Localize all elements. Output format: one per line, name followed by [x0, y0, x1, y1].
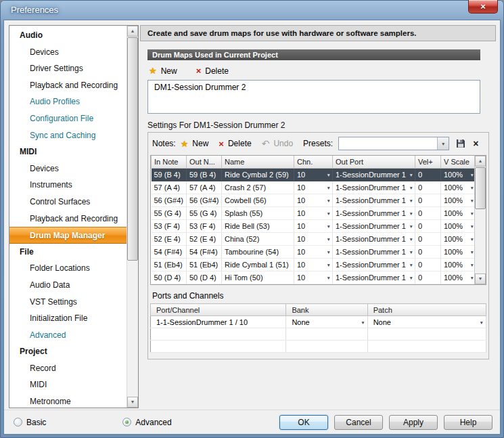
sidebar-item-instruments[interactable]: Instruments — [9, 177, 127, 194]
cell-v-scale[interactable]: 100%▼ — [441, 271, 476, 284]
cell-out-note[interactable]: 55 (G 4) — [187, 206, 222, 219]
chevron-down-icon[interactable]: ▼ — [327, 236, 331, 241]
cell-patch[interactable] — [367, 341, 486, 353]
drum-table-row[interactable]: 50 (D 4)50 (D 4)Hi Tom (50)10▼1-SessionD… — [152, 271, 476, 284]
cell-out-note[interactable]: 51 (Eb4) — [187, 258, 222, 271]
sidebar-item-sync-and-caching[interactable]: Sync and Caching — [9, 127, 127, 144]
delete-note-button[interactable]: × Delete — [219, 139, 251, 149]
cell-in-note[interactable]: 56 (G#4) — [152, 194, 187, 206]
cell-out-port[interactable]: 1-SessionDrummer 1▼ — [333, 181, 415, 194]
drum-maps-list[interactable]: DM1-Session Drummer 2 — [147, 80, 480, 114]
cell-v-scale[interactable]: 100%▼ — [441, 232, 476, 245]
cell-vel[interactable]: 0 — [415, 258, 441, 271]
sidebar-item-folder-locations[interactable]: Folder Locations — [9, 260, 127, 277]
drum-table-row[interactable]: 56 (G#4)56 (G#4)Cowbell (56)10▼1-Session… — [152, 194, 476, 206]
drum-table-row[interactable]: 57 (A 4)57 (A 4)Crash 2 (57)10▼1-Session… — [152, 181, 476, 194]
scroll-thumb[interactable] — [127, 37, 138, 261]
cell-chn[interactable]: 10▼ — [294, 206, 333, 219]
cell-out-note[interactable]: 52 (E 4) — [187, 232, 222, 245]
sidebar-item-driver-settings[interactable]: Driver Settings — [9, 60, 127, 77]
cell-name[interactable]: Cowbell (56) — [222, 194, 294, 206]
cell-in-note[interactable]: 52 (E 4) — [152, 232, 187, 245]
cell-name[interactable]: Hi Tom (50) — [222, 271, 294, 284]
cell-out-port[interactable]: 1-SessionDrummer 1▼ — [333, 232, 415, 245]
cell-bank[interactable] — [286, 328, 367, 341]
scroll-down-button[interactable]: ▼ — [127, 397, 138, 408]
chevron-down-icon[interactable]: ▼ — [480, 320, 484, 324]
sidebar-item-midi-playback-and-recording[interactable]: Playback and Recording — [9, 211, 127, 227]
drum-map-list-item[interactable]: DM1-Session Drummer 2 — [148, 82, 480, 93]
cell-in-note[interactable]: 54 (F#4) — [152, 245, 187, 258]
chevron-down-icon[interactable]: ▼ — [409, 185, 413, 190]
cell-port-channel[interactable]: 1-1-SessionDrummer 1 / 10 — [151, 316, 286, 328]
sidebar-item-vst-settings[interactable]: VST Settings — [9, 294, 127, 311]
cancel-button[interactable]: Cancel — [334, 415, 383, 430]
cell-vel[interactable]: 0 — [415, 194, 441, 206]
drum-table-row[interactable]: 54 (F#4)54 (F#4)Tambourine (54)10▼1-Sess… — [152, 245, 476, 258]
drum-table-row[interactable]: 53 (F 4)53 (F 4)Ride Bell (53)10▼1-Sessi… — [152, 219, 476, 232]
sidebar-scrollbar[interactable]: ▲ ▼ — [127, 26, 138, 408]
apply-button[interactable]: Apply — [389, 415, 438, 430]
scroll-up-button[interactable]: ▲ — [475, 156, 486, 167]
chevron-down-icon[interactable]: ▼ — [409, 198, 413, 202]
chevron-down-icon[interactable]: ▼ — [327, 275, 331, 280]
ports-table-row[interactable] — [151, 328, 486, 341]
chevron-down-icon[interactable]: ▼ — [409, 223, 413, 228]
chevron-down-icon[interactable]: ▼ — [327, 211, 331, 215]
chevron-down-icon[interactable]: ▼ — [409, 275, 413, 280]
cell-chn[interactable]: 10▼ — [294, 168, 333, 181]
cell-v-scale[interactable]: 100%▼ — [441, 206, 476, 219]
cell-bank[interactable]: None▼ — [286, 316, 367, 328]
cell-v-scale[interactable]: 100%▼ — [441, 168, 476, 181]
chevron-down-icon[interactable]: ▼ — [327, 249, 331, 254]
sidebar-item-audio-profiles[interactable]: Audio Profiles — [9, 93, 127, 110]
cell-out-note[interactable]: 59 (B 4) — [187, 168, 222, 181]
cell-out-port[interactable]: 1-SessionDrummer 1▼ — [333, 245, 415, 258]
cell-out-port[interactable]: 1-SessionDrummer 1▼ — [333, 271, 415, 284]
sidebar-item-project-midi[interactable]: MIDI — [9, 376, 127, 393]
cell-patch[interactable] — [367, 328, 486, 341]
cell-out-note[interactable]: 54 (F#4) — [187, 245, 222, 258]
cell-in-note[interactable]: 55 (G 4) — [152, 206, 187, 219]
presets-combobox[interactable]: ▼ — [338, 137, 449, 150]
chevron-down-icon[interactable]: ▼ — [327, 262, 331, 267]
cell-name[interactable]: Ride Bell (53) — [222, 219, 294, 232]
sidebar-item-audio-devices[interactable]: Devices — [9, 44, 127, 61]
chevron-down-icon[interactable]: ▼ — [327, 185, 331, 190]
sidebar-item-drum-map-manager[interactable]: Drum Map Manager — [9, 227, 127, 244]
cell-vel[interactable]: 0 — [415, 168, 441, 181]
drum-table-row[interactable]: 55 (G 4)55 (G 4)Splash (55)10▼1-SessionD… — [152, 206, 476, 219]
cell-v-scale[interactable]: 100%▼ — [441, 181, 476, 194]
cell-v-scale[interactable]: 100%▼ — [441, 219, 476, 232]
chevron-down-icon[interactable]: ▼ — [327, 172, 331, 177]
cell-out-port[interactable]: 1-SessionDrummer 1▼ — [333, 206, 415, 219]
ok-button[interactable]: OK — [279, 415, 328, 430]
chevron-down-icon[interactable]: ▼ — [409, 172, 413, 177]
ports-table-row[interactable]: 1-1-SessionDrummer 1 / 10None▼None▼ — [151, 316, 486, 328]
cell-port-channel[interactable] — [151, 328, 286, 341]
chevron-down-icon[interactable]: ▼ — [409, 249, 413, 254]
sidebar-item-configuration-file[interactable]: Configuration File — [9, 110, 127, 127]
cell-patch[interactable]: None▼ — [367, 316, 486, 328]
cell-out-note[interactable]: 50 (D 4) — [187, 271, 222, 284]
ports-table-row[interactable] — [151, 341, 486, 353]
scroll-up-button[interactable]: ▲ — [127, 26, 138, 37]
cell-v-scale[interactable]: 100%▼ — [441, 194, 476, 206]
cell-name[interactable]: Tambourine (54) — [222, 245, 294, 258]
chevron-down-icon[interactable]: ▼ — [327, 198, 331, 202]
sidebar-item-metronome[interactable]: Metronome — [9, 393, 127, 408]
cell-out-port[interactable]: 1-SessionDrummer 1▼ — [333, 194, 415, 206]
cell-chn[interactable]: 10▼ — [294, 219, 333, 232]
cell-out-port[interactable]: 1-SessionDrummer 1▼ — [333, 168, 415, 181]
cell-in-note[interactable]: 59 (B 4) — [152, 168, 187, 181]
new-drum-map-button[interactable]: ★ New — [149, 66, 177, 76]
cell-in-note[interactable]: 57 (A 4) — [152, 181, 187, 194]
cell-name[interactable]: Ride Cymbal 2 (59) — [222, 168, 294, 181]
cell-in-note[interactable]: 53 (F 4) — [152, 219, 187, 232]
cell-out-port[interactable]: 1-SessionDrummer 1▼ — [333, 219, 415, 232]
cell-in-note[interactable]: 51 (Eb4) — [152, 258, 187, 271]
sidebar-item-control-surfaces[interactable]: Control Surfaces — [9, 194, 127, 211]
sidebar-item-audio-playback-and-recording[interactable]: Playback and Recording — [9, 77, 127, 94]
basic-radio[interactable] — [14, 418, 22, 426]
cell-name[interactable]: Crash 2 (57) — [222, 181, 294, 194]
